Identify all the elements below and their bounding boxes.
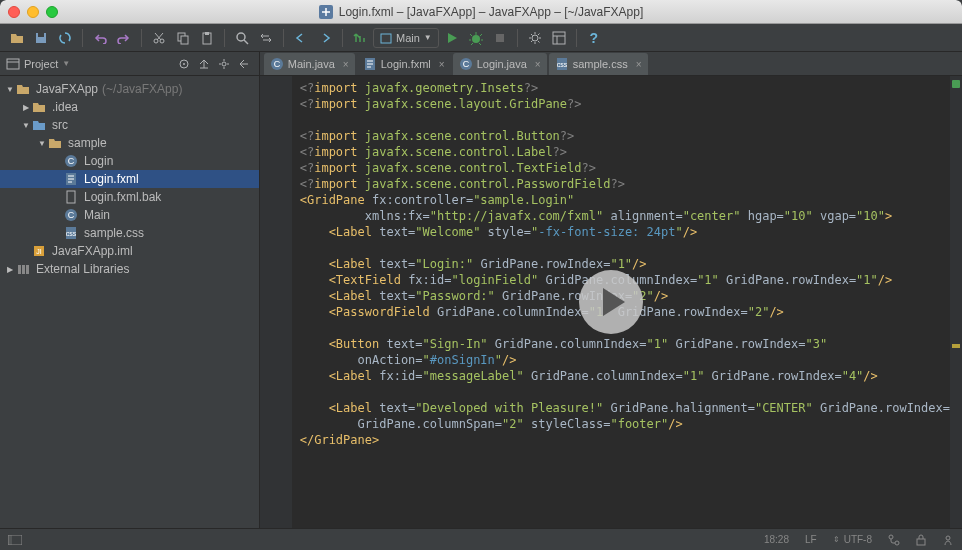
make-button[interactable]	[349, 27, 371, 49]
sidebar-title[interactable]: Project	[24, 58, 58, 70]
css-icon: css	[555, 57, 569, 71]
folder-icon	[16, 83, 32, 95]
tree-item--idea[interactable]: ▶.idea	[0, 98, 259, 116]
close-tab-icon[interactable]: ×	[343, 59, 349, 70]
copy-button[interactable]	[172, 27, 194, 49]
sync-button[interactable]	[54, 27, 76, 49]
tree-item-label: Login	[84, 154, 113, 168]
svg-rect-29	[18, 265, 21, 274]
tree-item-src[interactable]: ▼src	[0, 116, 259, 134]
tree-item-sample-css[interactable]: csssample.css	[0, 224, 259, 242]
help-button[interactable]: ?	[583, 27, 605, 49]
expand-arrow-icon[interactable]: ▼	[4, 85, 16, 94]
find-button[interactable]	[231, 27, 253, 49]
java-icon: C	[64, 208, 80, 222]
redo-button[interactable]	[113, 27, 135, 49]
chevron-down-icon: ▼	[62, 59, 70, 68]
gutter[interactable]	[260, 76, 292, 528]
tree-item-main[interactable]: CMain	[0, 206, 259, 224]
hide-icon[interactable]	[235, 55, 253, 73]
close-tab-icon[interactable]: ×	[636, 59, 642, 70]
encoding[interactable]: ⇕UTF-8	[833, 534, 872, 545]
tree-item-label: Login.fxml.bak	[84, 190, 161, 204]
svg-point-42	[895, 541, 899, 545]
tree-item-javafxapp[interactable]: ▼JavaFXApp(~/JavaFXApp)	[0, 80, 259, 98]
expand-arrow-icon[interactable]: ▼	[20, 121, 32, 130]
tab-main-java[interactable]: CMain.java×	[264, 53, 355, 75]
expand-arrow-icon[interactable]: ▶	[20, 103, 32, 112]
warning-marker-icon[interactable]	[952, 344, 960, 348]
tree-item-login-fxml[interactable]: Login.fxml	[0, 170, 259, 188]
undo-button[interactable]	[89, 27, 111, 49]
stop-button[interactable]	[489, 27, 511, 49]
expand-arrow-icon[interactable]: ▶	[4, 265, 16, 274]
svg-rect-40	[8, 535, 12, 545]
tool-windows-icon[interactable]	[8, 535, 22, 545]
tab-login-fxml[interactable]: Login.fxml×	[357, 53, 451, 75]
settings-button[interactable]	[524, 27, 546, 49]
window-title: Login.fxml – [JavaFXApp] – JavaFXApp – […	[0, 5, 962, 19]
save-button[interactable]	[30, 27, 52, 49]
code-editor[interactable]: <?import javafx.geometry.Insets?> <?impo…	[260, 76, 962, 528]
svg-rect-14	[553, 32, 565, 44]
line-separator[interactable]: LF	[805, 534, 817, 545]
box-icon	[380, 32, 392, 44]
app-icon	[319, 5, 333, 19]
cut-button[interactable]	[148, 27, 170, 49]
forward-button[interactable]	[314, 27, 336, 49]
close-tab-icon[interactable]: ×	[535, 59, 541, 70]
error-stripe[interactable]	[950, 76, 962, 528]
file-icon	[64, 190, 80, 204]
expand-arrow-icon[interactable]: ▼	[36, 139, 48, 148]
replace-button[interactable]	[255, 27, 277, 49]
svg-rect-15	[7, 59, 19, 69]
java-icon: C	[64, 154, 80, 168]
tree-item-label: sample.css	[84, 226, 144, 240]
chevron-down-icon: ▼	[424, 33, 432, 42]
structure-button[interactable]	[548, 27, 570, 49]
editor-area: CMain.java×Login.fxml×CLogin.java×csssam…	[260, 52, 962, 528]
svg-rect-22	[67, 191, 75, 203]
tree-item-label: External Libraries	[36, 262, 129, 276]
tab-label: Login.java	[477, 58, 527, 70]
caret-position[interactable]: 18:28	[764, 534, 789, 545]
git-icon[interactable]	[888, 534, 900, 546]
tab-login-java[interactable]: CLogin.java×	[453, 53, 547, 75]
svg-point-18	[222, 62, 226, 66]
svg-text:css: css	[66, 230, 77, 237]
src-icon	[32, 119, 48, 131]
hector-icon[interactable]	[942, 534, 954, 546]
paste-button[interactable]	[196, 27, 218, 49]
gear-icon[interactable]	[215, 55, 233, 73]
svg-text:C: C	[68, 156, 75, 166]
scroll-from-source-icon[interactable]	[175, 55, 193, 73]
back-button[interactable]	[290, 27, 312, 49]
debug-button[interactable]	[465, 27, 487, 49]
tab-label: Main.java	[288, 58, 335, 70]
collapse-all-icon[interactable]	[195, 55, 213, 73]
status-bar: 18:28 LF ⇕UTF-8	[0, 528, 962, 550]
close-tab-icon[interactable]: ×	[439, 59, 445, 70]
play-overlay-button[interactable]	[579, 270, 643, 334]
fxml-icon	[64, 172, 80, 186]
run-config-selector[interactable]: Main ▼	[373, 28, 439, 48]
tree-item-label: Login.fxml	[84, 172, 139, 186]
tree-item-login[interactable]: CLogin	[0, 152, 259, 170]
svg-text:C: C	[273, 59, 280, 69]
tab-label: sample.css	[573, 58, 628, 70]
tree-item-javafxapp-iml[interactable]: JIJavaFXApp.iml	[0, 242, 259, 260]
tree-item-label: JavaFXApp.iml	[52, 244, 133, 258]
fxml-icon	[363, 57, 377, 71]
run-button[interactable]	[441, 27, 463, 49]
svg-text:JI: JI	[36, 248, 42, 255]
lock-icon[interactable]	[916, 534, 926, 546]
open-button[interactable]	[6, 27, 28, 49]
project-tree[interactable]: ▼JavaFXApp(~/JavaFXApp)▶.idea▼src▼sample…	[0, 76, 259, 528]
svg-point-11	[472, 35, 480, 43]
tree-item-sample[interactable]: ▼sample	[0, 134, 259, 152]
tree-item-external-libraries[interactable]: ▶External Libraries	[0, 260, 259, 278]
tree-item-login-fxml-bak[interactable]: Login.fxml.bak	[0, 188, 259, 206]
folder-icon	[32, 101, 48, 113]
tab-sample-css[interactable]: csssample.css×	[549, 53, 648, 75]
svg-point-9	[237, 33, 245, 41]
